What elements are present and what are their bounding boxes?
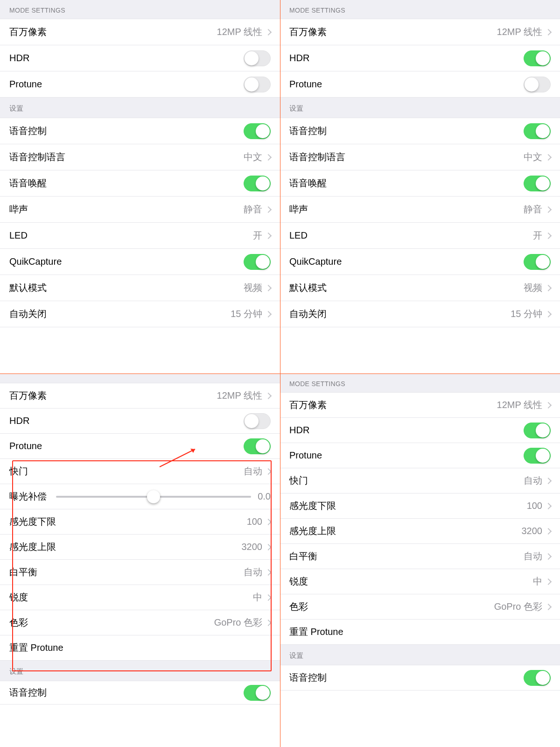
row-ev-comp[interactable]: 曝光补偿 0.0 [0,484,280,509]
value-sharp: 中 [533,575,542,588]
toggle-quikcapture[interactable] [244,254,271,270]
row-sharpness[interactable]: 锐度 中 [280,569,560,594]
value-megapixel: 12MP 线性 [497,26,542,38]
chevron-right-icon [265,518,272,525]
toggle-voice[interactable] [524,670,551,686]
row-beep[interactable]: 哔声 静音 [280,197,560,223]
row-default-mode[interactable]: 默认模式 视频 [0,275,280,301]
row-iso-max[interactable]: 感光度上限 3200 [280,519,560,544]
label-iso-max: 感光度上限 [289,525,522,537]
toggle-protune[interactable] [524,448,551,464]
row-voice-wake[interactable]: 语音唤醒 [280,170,560,197]
toggle-protune[interactable] [524,77,551,92]
row-megapixel[interactable]: 百万像素 12MP 线性 [280,19,560,45]
value-shutter: 自动 [244,465,262,478]
label-protune: Protune [289,79,524,90]
chevron-right-icon [265,284,272,291]
chevron-right-icon [265,569,272,575]
label-sharp: 锐度 [9,591,253,604]
row-sharpness[interactable]: 锐度 中 [0,585,280,610]
row-megapixel[interactable]: 百万像素 12MP 线性 [0,383,280,409]
section-settings-header: 设置 [280,98,560,118]
row-protune[interactable]: Protune [280,443,560,468]
toggle-voice[interactable] [244,685,271,701]
row-voice-wake[interactable]: 语音唤醒 [0,170,280,197]
row-color[interactable]: 色彩 GoPro 色彩 [0,610,280,635]
value-iso-max: 3200 [242,542,263,552]
row-protune[interactable]: Protune [280,71,560,98]
row-iso-min[interactable]: 感光度下限 100 [0,509,280,535]
row-voice-control[interactable]: 语音控制 [0,118,280,144]
label-voice-wake: 语音唤醒 [289,177,524,190]
row-megapixel[interactable]: 百万像素 12MP 线性 [0,19,280,45]
row-reset-protune[interactable]: 重置 Protune [0,635,280,661]
toggle-hdr[interactable] [524,50,551,66]
label-wb: 白平衡 [289,550,524,563]
toggle-protune[interactable] [244,438,271,454]
toggle-voice[interactable] [524,123,551,139]
toggle-voice-wake[interactable] [244,176,271,191]
row-voice-control[interactable]: 语音控制 [280,118,560,144]
toggle-hdr[interactable] [524,423,551,438]
value-led: 开 [533,229,542,242]
row-hdr[interactable]: HDR [280,45,560,71]
row-beep[interactable]: 哔声 静音 [0,197,280,223]
value-color: GoPro 色彩 [214,616,262,629]
row-quikcapture[interactable]: QuikCapture [280,249,560,275]
row-voice-control[interactable]: 语音控制 [0,681,280,705]
row-auto-off[interactable]: 自动关闭 15 分钟 [280,301,560,327]
row-white-balance[interactable]: 白平衡 自动 [0,560,280,585]
toggle-hdr[interactable] [244,50,271,66]
toggle-protune[interactable] [244,77,271,92]
panel-tr: MODE SETTINGS 百万像素 12MP 线性 HDR Protune 设… [280,0,560,374]
row-auto-off[interactable]: 自动关闭 15 分钟 [0,301,280,327]
label-megapixel: 百万像素 [9,26,217,38]
label-voice: 语音控制 [289,671,524,684]
chevron-right-icon [545,310,552,317]
toggle-voice[interactable] [244,123,271,139]
row-voice-control[interactable]: 语音控制 [280,665,560,691]
slider-thumb-icon[interactable] [147,490,160,503]
row-voice-lang[interactable]: 语音控制语言 中文 [280,144,560,170]
chevron-right-icon [545,477,552,484]
row-voice-lang[interactable]: 语音控制语言 中文 [0,144,280,170]
label-reset-protune: 重置 Protune [289,626,551,638]
row-shutter[interactable]: 快门 自动 [0,459,280,484]
row-protune[interactable]: Protune [0,71,280,98]
row-white-balance[interactable]: 白平衡 自动 [280,544,560,569]
chevron-right-icon [265,28,272,35]
row-default-mode[interactable]: 默认模式 视频 [280,275,560,301]
label-voice: 语音控制 [9,686,244,699]
row-shutter[interactable]: 快门 自动 [280,468,560,493]
toggle-voice-wake[interactable] [524,176,551,191]
label-iso-min: 感光度下限 [9,515,247,528]
row-iso-min[interactable]: 感光度下限 100 [280,493,560,519]
svg-line-0 [160,449,195,467]
row-protune[interactable]: Protune [0,434,280,459]
toggle-hdr[interactable] [244,413,271,429]
label-shutter: 快门 [289,474,524,487]
row-color[interactable]: 色彩 GoPro 色彩 [280,594,560,620]
row-iso-max[interactable]: 感光度上限 3200 [0,535,280,560]
label-default-mode: 默认模式 [289,282,524,294]
toggle-quikcapture[interactable] [524,254,551,270]
chevron-right-icon [545,206,552,212]
row-hdr[interactable]: HDR [280,418,560,443]
annotation-arrow-icon [158,445,200,469]
row-led[interactable]: LED 开 [280,223,560,249]
label-quikcapture: QuikCapture [289,256,524,267]
value-wb: 自动 [244,566,262,578]
row-hdr[interactable]: HDR [0,45,280,71]
label-ev: 曝光补偿 [9,490,47,503]
value-voice-lang: 中文 [244,151,262,163]
section-mode-header: MODE SETTINGS [280,0,560,19]
row-megapixel[interactable]: 百万像素 12MP 线性 [280,393,560,418]
panel-bl: 百万像素 12MP 线性 HDR Protune 快门 自动 曝光补偿 0.0 … [0,374,280,747]
row-reset-protune[interactable]: 重置 Protune [280,620,560,645]
row-led[interactable]: LED 开 [0,223,280,249]
chevron-right-icon [545,284,552,291]
row-quikcapture[interactable]: QuikCapture [0,249,280,275]
value-color: GoPro 色彩 [494,600,542,613]
ev-slider[interactable] [56,496,251,498]
row-hdr[interactable]: HDR [0,409,280,434]
